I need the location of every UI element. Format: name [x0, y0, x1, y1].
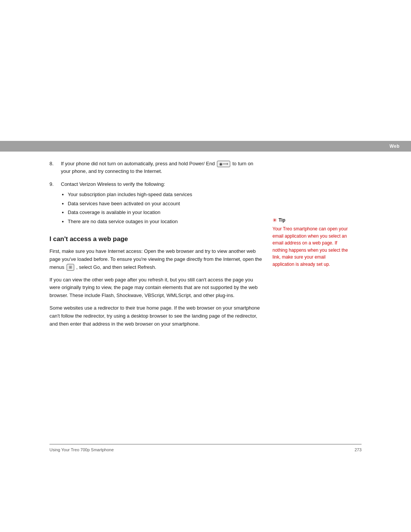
paragraph-2: If you can view the other web page after… [49, 276, 263, 300]
paragraph-3: Some websites use a redirector to their … [49, 304, 263, 328]
bullet-item: Data services have been activated on you… [68, 200, 263, 208]
menus-icon: ⊞ [67, 264, 74, 271]
footer-divider [49, 444, 362, 444]
step-8-text-before: If your phone did not turn on automatica… [61, 161, 216, 166]
paragraph-1: First, make sure you have Internet acces… [49, 248, 263, 271]
bullet-item: There are no data service outages in you… [68, 217, 263, 225]
power-end-icon: ◉⟶ [217, 161, 230, 168]
tip-header: ✳ Tip [272, 217, 349, 223]
step-9: 9. Contact Verizon Wireless to verify th… [49, 181, 263, 226]
step-9-number: 9. [49, 181, 61, 226]
section-heading: I can't access a web page [49, 235, 263, 243]
header-tab-label: Web [389, 144, 400, 149]
footer: Using Your Treo 700p Smartphone 273 [49, 447, 362, 452]
step-9-content: Contact Verizon Wireless to verify the f… [61, 181, 263, 226]
header-bar: Web [0, 141, 411, 152]
tip-star-icon: ✳ [272, 217, 277, 223]
page-container: Web 8. If your phone did not turn on aut… [0, 0, 411, 532]
tip-label: Tip [279, 217, 285, 223]
footer-left-text: Using Your Treo 700p Smartphone [49, 447, 114, 452]
footer-page-number: 273 [355, 447, 362, 452]
bullet-item: Your subscription plan includes high-spe… [68, 190, 263, 198]
bullet-list: Your subscription plan includes high-spe… [68, 190, 263, 225]
main-content: 8. If your phone did not turn on automat… [49, 160, 263, 332]
tip-sidebar: ✳ Tip Your Treo smartphone can open your… [272, 217, 349, 268]
bullet-item: Data coverage is available in your locat… [68, 208, 263, 216]
step-8: 8. If your phone did not turn on automat… [49, 160, 263, 175]
step-8-content: If your phone did not turn on automatica… [61, 160, 263, 175]
step-8-number: 8. [49, 160, 61, 175]
step-9-text: Contact Verizon Wireless to verify the f… [61, 181, 165, 187]
paragraph-1-after: , select Go, and then select Refresh. [76, 264, 156, 270]
tip-text: Your Treo smartphone can open your email… [272, 225, 349, 268]
